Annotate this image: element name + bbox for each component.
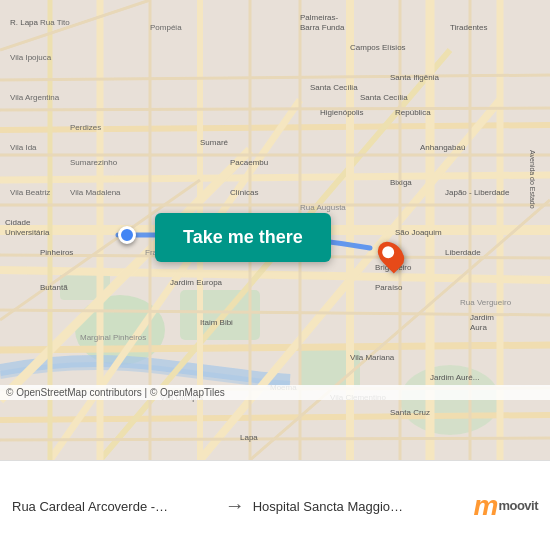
route-info: Rua Cardeal Arcoverde -… → Hospital Sanc… xyxy=(12,490,538,522)
svg-text:Santa Cecília: Santa Cecília xyxy=(310,83,358,92)
svg-text:Anhangabaú: Anhangabaú xyxy=(420,143,465,152)
moovit-logo-text: moovit xyxy=(498,498,538,513)
svg-text:Rua Augusta: Rua Augusta xyxy=(300,203,346,212)
svg-text:Vila Ipojuca: Vila Ipojuca xyxy=(10,53,52,62)
bottom-bar: Rua Cardeal Arcoverde -… → Hospital Sanc… xyxy=(0,460,550,550)
svg-text:Vila Argentina: Vila Argentina xyxy=(10,93,60,102)
svg-text:Rua Tito: Rua Tito xyxy=(40,18,70,27)
svg-text:Bixiga: Bixiga xyxy=(390,178,412,187)
svg-text:Campos Elísios: Campos Elísios xyxy=(350,43,406,52)
map-attribution: © OpenStreetMap contributors | © OpenMap… xyxy=(0,385,550,400)
svg-text:Rua Vergueiro: Rua Vergueiro xyxy=(460,298,512,307)
take-me-there-button[interactable]: Take me there xyxy=(155,213,331,262)
svg-text:Santa Cruz: Santa Cruz xyxy=(390,408,430,417)
route-from-text: Rua Cardeal Arcoverde -… xyxy=(12,499,168,514)
moovit-logo-letter: m xyxy=(473,490,498,522)
svg-text:Avenida do Estado: Avenida do Estado xyxy=(529,150,536,209)
svg-text:Universitária: Universitária xyxy=(5,228,50,237)
svg-text:Itaim Bibi: Itaim Bibi xyxy=(200,318,233,327)
svg-text:Jardim: Jardim xyxy=(470,313,494,322)
svg-text:República: República xyxy=(395,108,431,117)
svg-text:Sumaré: Sumaré xyxy=(200,138,229,147)
svg-text:Pompéia: Pompéia xyxy=(150,23,182,32)
svg-text:Japão - Liberdade: Japão - Liberdade xyxy=(445,188,510,197)
svg-text:Palmeiras-: Palmeiras- xyxy=(300,13,339,22)
svg-text:Santa Ifigênia: Santa Ifigênia xyxy=(390,73,439,82)
svg-text:Barra Funda: Barra Funda xyxy=(300,23,345,32)
route-arrow-icon: → xyxy=(225,494,245,517)
svg-text:Sumarezinho: Sumarezinho xyxy=(70,158,118,167)
svg-line-10 xyxy=(0,345,550,350)
svg-text:Vila Madalena: Vila Madalena xyxy=(70,188,121,197)
svg-text:Aura: Aura xyxy=(470,323,487,332)
svg-text:R. Lapa: R. Lapa xyxy=(10,18,39,27)
svg-text:Pacaembu: Pacaembu xyxy=(230,158,268,167)
svg-text:Tiradentes: Tiradentes xyxy=(450,23,488,32)
svg-text:Paraíso: Paraíso xyxy=(375,283,403,292)
svg-text:Pinheiros: Pinheiros xyxy=(40,248,73,257)
svg-text:Vila Mariana: Vila Mariana xyxy=(350,353,395,362)
svg-text:Cidade: Cidade xyxy=(5,218,31,227)
map-container: Rua Tito Vila Ipojuca Pompéia Palmeiras-… xyxy=(0,0,550,460)
svg-line-23 xyxy=(0,108,550,110)
svg-text:São Joaquim: São Joaquim xyxy=(395,228,442,237)
svg-line-8 xyxy=(0,175,550,180)
destination-marker xyxy=(380,240,402,270)
svg-text:Lapa: Lapa xyxy=(240,433,258,442)
svg-text:Vila Beatriz: Vila Beatriz xyxy=(10,188,50,197)
svg-text:Butantã: Butantã xyxy=(40,283,68,292)
svg-text:Higienópolis: Higienópolis xyxy=(320,108,364,117)
moovit-logo: m moovit xyxy=(473,490,538,522)
svg-text:Liberdade: Liberdade xyxy=(445,248,481,257)
svg-text:Clínicas: Clínicas xyxy=(230,188,258,197)
svg-text:Vila Ida: Vila Ida xyxy=(10,143,37,152)
svg-text:Perdizes: Perdizes xyxy=(70,123,101,132)
svg-text:Jardim Auré...: Jardim Auré... xyxy=(430,373,479,382)
route-to-text: Hospital Sancta Maggio… xyxy=(253,499,403,514)
svg-text:Jardim Europa: Jardim Europa xyxy=(170,278,223,287)
origin-marker xyxy=(118,226,136,244)
route-from: Rua Cardeal Arcoverde -… xyxy=(12,497,217,515)
svg-text:Santa Cecília: Santa Cecília xyxy=(360,93,408,102)
svg-text:Marginal Pinheiros: Marginal Pinheiros xyxy=(80,333,146,342)
route-to: Hospital Sancta Maggio… xyxy=(253,497,458,515)
